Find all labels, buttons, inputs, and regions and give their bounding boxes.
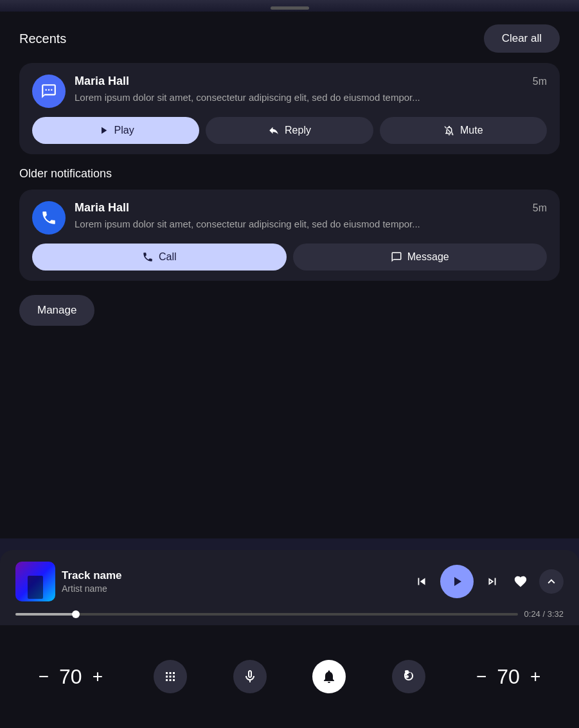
artist-name: Artist name xyxy=(62,583,405,594)
top-handle xyxy=(271,6,309,10)
recent-notification-card: Maria Hall 5m Lorem ipsum dolor sit amet… xyxy=(19,63,560,154)
heart-button[interactable] xyxy=(511,572,530,591)
manage-button[interactable]: Manage xyxy=(19,295,94,326)
recent-sender-name: Maria Hall xyxy=(75,75,129,88)
player-controls xyxy=(412,565,564,598)
skip-back-button[interactable] xyxy=(412,572,431,591)
message-icon xyxy=(40,83,57,100)
right-volume-value: 70 xyxy=(497,665,520,689)
recents-header: Recents Clear all xyxy=(19,24,560,53)
progress-bar-container: 0:24 / 3:32 xyxy=(15,609,564,619)
play-button[interactable]: Play xyxy=(32,117,199,144)
phone-icon xyxy=(40,209,57,226)
older-notification-card: Maria Hall 5m Lorem ipsum dolor sit amet… xyxy=(19,190,560,281)
play-pause-button[interactable] xyxy=(440,565,474,598)
fan-button[interactable] xyxy=(392,660,425,693)
bell-icon xyxy=(321,669,337,684)
left-volume-plus-button[interactable]: + xyxy=(87,665,108,688)
right-volume-minus-button[interactable]: − xyxy=(471,665,492,688)
notification-top: Maria Hall 5m Lorem ipsum dolor sit amet… xyxy=(32,75,547,108)
mic-button[interactable] xyxy=(233,660,267,693)
older-notification-time: 5m xyxy=(533,202,547,214)
recent-notification-body: Lorem ipsum dolor sit amet, consectetur … xyxy=(75,91,547,104)
older-notification-content: Maria Hall 5m Lorem ipsum dolor sit amet… xyxy=(75,201,547,231)
message-button[interactable]: Message xyxy=(293,244,548,271)
left-volume-value: 70 xyxy=(59,665,82,689)
recents-title: Recents xyxy=(19,31,66,46)
recent-notification-time: 5m xyxy=(533,76,547,87)
bottom-bar: − 70 + − 70 + xyxy=(0,625,579,728)
reply-label: Reply xyxy=(285,125,311,136)
grid-button[interactable] xyxy=(154,660,187,693)
older-notification-header-row: Maria Hall 5m xyxy=(75,201,547,215)
fan-icon xyxy=(401,669,416,684)
reply-button[interactable]: Reply xyxy=(206,117,373,144)
recent-notification-content: Maria Hall 5m Lorem ipsum dolor sit amet… xyxy=(75,75,547,104)
call-label: Call xyxy=(159,251,177,263)
mute-icon xyxy=(443,125,455,136)
skip-forward-button[interactable] xyxy=(483,572,502,591)
player-main: Track name Artist name xyxy=(15,562,564,601)
skip-back-icon xyxy=(414,574,429,589)
track-info: Track name Artist name xyxy=(62,569,405,594)
right-volume-plus-button[interactable]: + xyxy=(525,665,546,688)
message-label: Message xyxy=(407,251,449,263)
older-sender-name: Maria Hall xyxy=(75,201,129,215)
notification-header-row: Maria Hall 5m xyxy=(75,75,547,88)
play-pause-icon xyxy=(449,574,465,589)
progress-thumb xyxy=(72,610,80,618)
track-name: Track name xyxy=(62,569,405,582)
reply-icon xyxy=(268,125,280,136)
mute-button[interactable]: Mute xyxy=(380,117,547,144)
album-art-figure xyxy=(28,576,43,599)
message-app-icon xyxy=(32,75,66,108)
progress-track[interactable] xyxy=(15,613,518,616)
call-icon xyxy=(142,251,154,263)
expand-button[interactable] xyxy=(539,569,564,594)
left-volume-minus-button[interactable]: − xyxy=(33,665,54,688)
right-volume-control: − 70 + xyxy=(471,665,546,689)
album-art xyxy=(15,562,55,601)
older-notification-body: Lorem ipsum dolor sit amet, consectetur … xyxy=(75,217,547,231)
recent-notification-actions: Play Reply Mute xyxy=(32,117,547,144)
message-action-icon xyxy=(391,251,402,263)
phone-app-icon xyxy=(32,201,66,235)
heart-icon xyxy=(513,574,528,589)
progress-fill xyxy=(15,613,76,616)
notifications-panel: Recents Clear all Maria Hall 5m Lorem ip… xyxy=(0,12,579,538)
mic-icon xyxy=(242,669,258,684)
older-section-title: Older notifications xyxy=(19,167,560,181)
chevron-up-icon xyxy=(544,574,558,589)
mute-label: Mute xyxy=(460,125,483,136)
top-bar xyxy=(0,0,579,12)
call-button[interactable]: Call xyxy=(32,244,287,271)
skip-forward-icon xyxy=(485,574,499,589)
play-icon xyxy=(98,125,109,136)
play-label: Play xyxy=(114,125,134,136)
left-volume-control: − 70 + xyxy=(33,665,108,689)
music-player: Track name Artist name xyxy=(0,550,579,625)
clear-all-button[interactable]: Clear all xyxy=(484,24,560,53)
older-notification-top: Maria Hall 5m Lorem ipsum dolor sit amet… xyxy=(32,201,547,235)
older-notification-actions: Call Message xyxy=(32,244,547,271)
time-display: 0:24 / 3:32 xyxy=(524,609,564,619)
bell-button[interactable] xyxy=(312,660,346,693)
grid-icon xyxy=(163,669,178,684)
